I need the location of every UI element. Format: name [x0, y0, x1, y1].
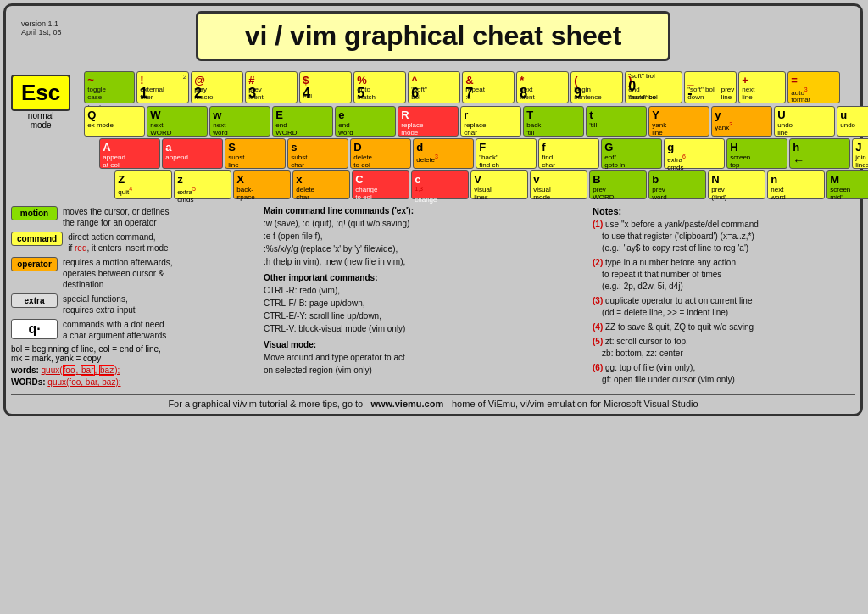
esc-key: Esc normalmode: [11, 75, 70, 130]
note-2: (2) type in a number before any action t…: [593, 257, 855, 293]
key-x: x deletechar: [292, 170, 350, 199]
key-1: ! externalfilter 2 1: [136, 71, 189, 103]
command-text: direct action command,if red, it enters …: [68, 232, 168, 254]
key-T: T back'till: [523, 106, 584, 137]
number-row: ~ togglecase ` gotomark ! externalfilter…: [84, 71, 868, 103]
key-8: * nextident 8: [516, 71, 569, 103]
main-cmd-text: :w (save), :q (quit), :q! (quit w/o savi…: [264, 217, 586, 268]
key-Q: Q ex mode: [84, 106, 145, 137]
key-t: t 'till: [586, 106, 647, 137]
key-minus: _ "soft" boldown - prevline: [684, 71, 737, 103]
key-w-lower: w nextword: [209, 106, 270, 137]
zxcv-row: Z quit4 z extra5cmds X back-space x dele…: [114, 170, 868, 199]
dot-text: commands with a dot needa char argument …: [63, 319, 166, 341]
legend-extra: extra special functions,requires extra i…: [11, 293, 257, 315]
visual-text: Move around and type operator to act on …: [264, 351, 586, 377]
key-6: ^ "soft"bol 6: [408, 71, 460, 103]
legend-command: command direct action command,if red, it…: [11, 232, 257, 254]
key-3: # prevident 3: [245, 71, 298, 103]
esc-sublabel: normalmode: [11, 111, 70, 130]
key-Y: Y yankline: [648, 106, 709, 137]
key-d: d delete3: [413, 138, 474, 169]
key-7: & repeat:s 7: [462, 71, 515, 103]
note-4: (4) ZZ to save & quit, ZQ to quit w/o sa…: [593, 321, 855, 333]
footer-url[interactable]: www.viemu.com: [370, 399, 443, 409]
asdf-row: A appendat eol a append S substline s su…: [99, 138, 868, 169]
key-e: e endword: [335, 106, 396, 137]
key-v: v visualmode: [530, 170, 587, 199]
operator-text: requires a motion afterwards,operates be…: [63, 257, 173, 290]
extra-text: special functions,requires extra input: [63, 293, 136, 315]
key-z: z extra5cmds: [174, 170, 231, 199]
key-equals: = auto3format: [787, 71, 840, 103]
key-f: f findchar: [538, 138, 599, 169]
note-1: (1) use "x before a yank/paste/del comma…: [593, 219, 855, 254]
key-H: H screentop: [726, 138, 787, 169]
key-u: u undo: [837, 106, 868, 137]
key-X: X back-space: [233, 170, 291, 199]
key-Z: Z quit4: [114, 170, 172, 199]
key-4: $ eol 4: [299, 71, 352, 103]
legend-column: motion moves the cursor, or definesthe r…: [11, 206, 257, 388]
version-text: version 1.1 April 1st, 06: [21, 20, 62, 36]
page-title: vi / vim graphical cheat sheet: [196, 11, 670, 61]
key-plus: + nextline: [738, 71, 786, 103]
footer-suffix: - home of ViEmu, vi/vim emulation for Mi…: [446, 399, 698, 409]
operator-badge: operator: [11, 257, 58, 271]
key-2: @ playmacro 2: [191, 71, 243, 103]
key-E: E endWORD: [272, 106, 333, 137]
words-line: words: quux(foo, bar, baz);: [11, 366, 257, 375]
key-n: n nextword: [767, 170, 825, 199]
key-s: s substchar: [287, 138, 348, 169]
other-cmd-text: CTRL-R: redo (vim), CTRL-F/-B: page up/d…: [264, 284, 586, 335]
legend-motion: motion moves the cursor, or definesthe r…: [11, 206, 257, 228]
footer: For a graphical vi/vim tutorial & more t…: [11, 394, 855, 409]
key-M: M screenmid'l: [826, 170, 868, 199]
motion-badge: motion: [11, 206, 58, 220]
bol-eol-text: bol = beginning of line, eol = end of li…: [11, 344, 257, 363]
dot-badge: q·: [11, 319, 58, 339]
key-y: y yank3: [711, 106, 772, 137]
key-V: V visuallines: [470, 170, 528, 199]
key-C: C changeto eol: [352, 170, 409, 199]
tilde-key: ~ togglecase ` gotomark: [84, 71, 135, 103]
key-J: J joinlines: [852, 138, 868, 169]
notes-column: Notes: (1) use "x before a yank/paste/de…: [593, 206, 855, 388]
footer-text: For a graphical vi/vim tutorial & more t…: [168, 399, 363, 409]
key-G: G eof/goto ln: [601, 138, 662, 169]
other-cmd-title: Other important commands:: [264, 273, 586, 282]
key-9: ( beginsentence 9: [570, 71, 623, 103]
key-S: S substline: [225, 138, 286, 169]
key-W-upper: W nextWORD: [147, 106, 208, 137]
note-5: (5) zt: scroll cursor to top, zb: bottom…: [593, 336, 855, 360]
key-A: A appendat eol: [99, 138, 160, 169]
legend-operator: operator requires a motion afterwards,op…: [11, 257, 257, 290]
notes-title: Notes:: [593, 206, 855, 216]
key-h: h ←: [789, 138, 850, 169]
extra-badge: extra: [11, 293, 58, 308]
key-g: g extra6cmds: [664, 138, 725, 169]
visual-title: Visual mode:: [264, 340, 586, 349]
key-a: a append: [162, 138, 223, 169]
key-D: D deleteto eol: [350, 138, 411, 169]
words-line2: WORDs: quux(foo, bar, baz);: [11, 377, 257, 387]
note-6: (6) gg: top of file (vim only), gf: open…: [593, 362, 855, 386]
key-c: c 1,3change: [411, 170, 469, 199]
key-0: ) endsentence "soft" bol 0 "hard" bol: [625, 71, 682, 103]
note-3: (3) duplicate operator to act on current…: [593, 295, 855, 319]
bottom-section: motion moves the cursor, or definesthe r…: [11, 206, 855, 388]
key-5: % gotomatch 5: [353, 71, 406, 103]
key-b: b prevword: [648, 170, 706, 199]
key-N: N prev(find): [708, 170, 765, 199]
key-B: B prevWORD: [589, 170, 647, 199]
commands-column: Main command line commands ('ex'): :w (s…: [264, 206, 586, 388]
motion-text: moves the cursor, or definesthe range fo…: [63, 206, 170, 228]
legend-dot: q· commands with a dot needa char argume…: [11, 319, 257, 341]
key-F: F "back"find ch: [476, 138, 537, 169]
key-U: U undoline: [774, 106, 835, 137]
command-badge: command: [11, 232, 63, 246]
main-cmd-title: Main command line commands ('ex'):: [264, 206, 586, 215]
key-R: R replacemode: [398, 106, 459, 137]
key-r: r replacechar: [460, 106, 521, 137]
esc-label: Esc: [21, 80, 60, 105]
